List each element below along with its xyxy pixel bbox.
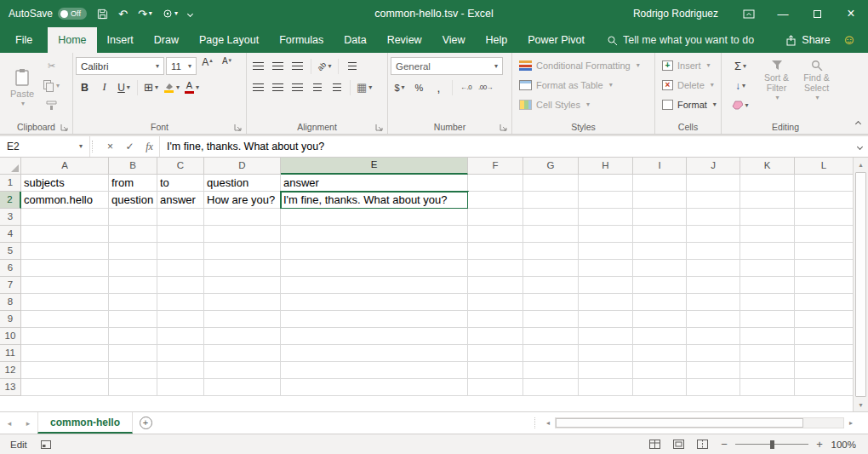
cell-D8[interactable] bbox=[204, 294, 281, 311]
tab-power-pivot[interactable]: Power Pivot bbox=[517, 27, 595, 53]
cell-E13[interactable] bbox=[281, 379, 468, 396]
alignment-dialog-launcher[interactable] bbox=[375, 124, 384, 132]
cell-C9[interactable] bbox=[157, 311, 204, 328]
cell-B10[interactable] bbox=[109, 328, 157, 345]
cell-D5[interactable] bbox=[204, 243, 281, 260]
cell-I12[interactable] bbox=[633, 362, 687, 379]
cell-A13[interactable] bbox=[21, 379, 109, 396]
row-header-8[interactable]: 8 bbox=[0, 294, 21, 311]
copy-button[interactable] bbox=[42, 77, 61, 95]
cell-H5[interactable] bbox=[579, 243, 633, 260]
number-format-select[interactable]: General bbox=[391, 57, 503, 75]
cell-G8[interactable] bbox=[523, 294, 579, 311]
clipboard-dialog-launcher[interactable] bbox=[60, 124, 69, 132]
format-cells-button[interactable]: Format bbox=[658, 95, 718, 114]
increase-decimal-button[interactable] bbox=[457, 78, 475, 96]
cell-E9[interactable] bbox=[281, 311, 468, 328]
cell-F3[interactable] bbox=[468, 209, 523, 226]
redo-button[interactable] bbox=[138, 9, 152, 20]
insert-cells-button[interactable]: Insert bbox=[658, 55, 718, 75]
cell-J8[interactable] bbox=[687, 294, 740, 311]
cell-E3[interactable] bbox=[281, 209, 468, 226]
decrease-indent-button[interactable] bbox=[308, 78, 326, 96]
minimize-button[interactable] bbox=[766, 0, 800, 27]
cell-J4[interactable] bbox=[687, 226, 740, 243]
cell-A8[interactable] bbox=[21, 294, 109, 311]
tab-review[interactable]: Review bbox=[377, 27, 432, 53]
column-header-L[interactable]: L bbox=[795, 158, 853, 175]
cell-L1[interactable] bbox=[795, 175, 853, 192]
cell-K5[interactable] bbox=[740, 243, 795, 260]
cell-G7[interactable] bbox=[523, 277, 579, 294]
tab-insert[interactable]: Insert bbox=[97, 27, 144, 53]
cell-C10[interactable] bbox=[157, 328, 204, 345]
cell-J11[interactable] bbox=[687, 345, 740, 362]
column-header-A[interactable]: A bbox=[21, 158, 109, 175]
cell-E5[interactable] bbox=[281, 243, 468, 260]
row-header-12[interactable]: 12 bbox=[0, 362, 21, 379]
cell-B7[interactable] bbox=[109, 277, 157, 294]
decrease-font-size-button[interactable] bbox=[218, 57, 236, 75]
tab-draw[interactable]: Draw bbox=[144, 27, 189, 53]
column-header-K[interactable]: K bbox=[740, 158, 795, 175]
vertical-scrollbar[interactable] bbox=[853, 158, 868, 411]
comma-style-button[interactable] bbox=[430, 78, 448, 96]
cell-H9[interactable] bbox=[579, 311, 633, 328]
increase-indent-button[interactable] bbox=[328, 78, 345, 96]
page-layout-view-button[interactable] bbox=[667, 435, 689, 454]
row-header-2[interactable]: 2 bbox=[0, 192, 21, 209]
cell-F7[interactable] bbox=[468, 277, 523, 294]
font-dialog-launcher[interactable] bbox=[234, 124, 243, 132]
cell-F9[interactable] bbox=[468, 311, 523, 328]
cell-E11[interactable] bbox=[281, 345, 468, 362]
row-header-4[interactable]: 4 bbox=[0, 226, 21, 243]
cell-F10[interactable] bbox=[468, 328, 523, 345]
cell-C3[interactable] bbox=[157, 209, 204, 226]
accounting-format-button[interactable] bbox=[391, 78, 408, 96]
align-top-button[interactable] bbox=[249, 57, 267, 75]
cell-I13[interactable] bbox=[633, 379, 687, 396]
cell-C1[interactable]: to bbox=[157, 175, 204, 192]
tab-help[interactable]: Help bbox=[476, 27, 518, 53]
cell-L13[interactable] bbox=[795, 379, 853, 396]
cell-H1[interactable] bbox=[579, 175, 633, 192]
formula-bar-grip[interactable] bbox=[92, 141, 99, 152]
macro-record-button[interactable] bbox=[36, 440, 56, 449]
row-header-6[interactable]: 6 bbox=[0, 260, 21, 277]
cell-J2[interactable] bbox=[687, 192, 740, 209]
horizontal-scroll-thumb[interactable] bbox=[556, 418, 803, 428]
feedback-smiley-button[interactable] bbox=[842, 27, 856, 53]
cell-F13[interactable] bbox=[468, 379, 523, 396]
cell-L2[interactable] bbox=[795, 192, 853, 209]
cell-K9[interactable] bbox=[740, 311, 795, 328]
zoom-thumb[interactable] bbox=[770, 440, 774, 449]
cell-E1[interactable]: answer bbox=[281, 175, 468, 192]
cell-G6[interactable] bbox=[523, 260, 579, 277]
cell-L7[interactable] bbox=[795, 277, 853, 294]
paste-button[interactable]: Paste bbox=[3, 55, 42, 120]
percent-style-button[interactable] bbox=[410, 78, 428, 96]
italic-button[interactable] bbox=[95, 78, 113, 96]
cell-B11[interactable] bbox=[109, 345, 157, 362]
wrap-text-button[interactable] bbox=[343, 57, 361, 75]
cell-G11[interactable] bbox=[523, 345, 579, 362]
cell-B9[interactable] bbox=[109, 311, 157, 328]
row-header-11[interactable]: 11 bbox=[0, 345, 21, 362]
cell-E8[interactable] bbox=[281, 294, 468, 311]
cell-E12[interactable] bbox=[281, 362, 468, 379]
cell-L6[interactable] bbox=[795, 260, 853, 277]
cell-A4[interactable] bbox=[21, 226, 109, 243]
cell-I7[interactable] bbox=[633, 277, 687, 294]
customize-qat-button[interactable] bbox=[188, 12, 192, 16]
insert-function-button[interactable] bbox=[140, 136, 159, 157]
cell-G9[interactable] bbox=[523, 311, 579, 328]
cell-B13[interactable] bbox=[109, 379, 157, 396]
conditional-formatting-button[interactable]: Conditional Formatting bbox=[515, 55, 652, 75]
column-header-G[interactable]: G bbox=[523, 158, 579, 175]
maximize-button[interactable] bbox=[800, 0, 834, 27]
cell-G5[interactable] bbox=[523, 243, 579, 260]
column-header-D[interactable]: D bbox=[204, 158, 281, 175]
cell-I11[interactable] bbox=[633, 345, 687, 362]
new-sheet-button[interactable] bbox=[133, 412, 158, 434]
cell-C8[interactable] bbox=[157, 294, 204, 311]
